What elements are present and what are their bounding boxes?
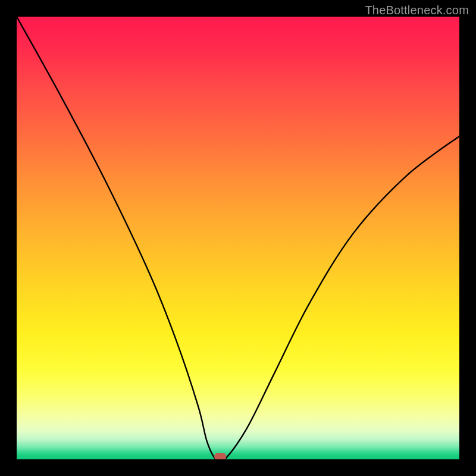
chart-frame: TheBottleneck.com xyxy=(0,0,476,476)
plot-area xyxy=(17,17,459,459)
curve-layer xyxy=(17,17,459,459)
selected-point-marker xyxy=(214,453,226,459)
watermark-text: TheBottleneck.com xyxy=(365,4,469,17)
bottleneck-curve xyxy=(17,17,459,459)
